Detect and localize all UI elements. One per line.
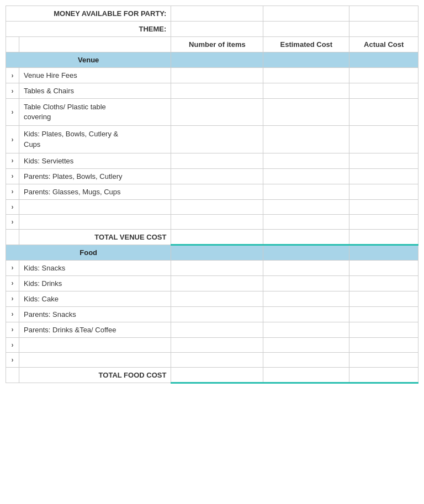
venue-item-9 [19,214,171,229]
col-header-actual-cost: Actual Cost [349,37,418,52]
budget-table: MONEY AVAILABLE FOR PARTY: THEME: Number… [6,6,418,384]
food-item-2: Kids: Drinks [19,275,171,291]
venue-item-3: Table Cloths/ Plastic tablecovering [19,99,171,126]
theme-label: THEME: [6,22,171,37]
money-available-label: MONEY AVAILABLE FOR PARTY: [6,6,171,22]
venue-section-header: Venue [6,52,418,68]
venue-item-row: › Parents: Plates, Bowls, Cutlery [6,168,418,184]
food-item-row: › Kids: Snacks [6,260,418,275]
arrow-icon: › [6,291,19,306]
total-food-row: TOTAL FOOD COST [6,367,418,383]
venue-item-7: Parents: Glasses, Mugs, Cups [19,184,171,199]
arrow-icon: › [6,275,19,291]
food-item-7 [19,352,171,367]
arrow-icon: › [6,168,19,184]
arrow-icon: › [6,322,19,337]
money-available-row: MONEY AVAILABLE FOR PARTY: [6,6,418,22]
arrow-icon: › [6,352,19,367]
venue-item-row: › Kids: Serviettes [6,153,418,168]
food-item-3: Kids: Cake [19,291,171,306]
arrow-icon: › [6,337,19,352]
arrow-icon: › [6,99,19,126]
food-item-4: Parents: Snacks [19,306,171,322]
venue-item-1: Venue Hire Fees [19,68,171,83]
arrow-icon: › [6,184,19,199]
venue-item-row: › Kids: Plates, Bowls, Cutlery &Cups [6,126,418,153]
theme-row: THEME: [6,22,418,37]
food-item-row: › Parents: Snacks [6,306,418,322]
venue-item-4: Kids: Plates, Bowls, Cutlery &Cups [19,126,171,153]
arrow-icon: › [6,83,19,99]
arrow-icon: › [6,126,19,153]
food-title: Food [6,245,171,260]
venue-item-row-empty-2: › [6,214,418,229]
col-header-num-items: Number of items [171,37,263,52]
total-venue-label: TOTAL VENUE COST [19,229,171,245]
theme-value[interactable] [171,22,263,37]
food-item-6 [19,337,171,352]
venue-item-row-empty-1: › [6,199,418,214]
venue-item-row: › Tables & Chairs [6,83,418,99]
food-item-row: › Kids: Cake [6,291,418,306]
arrow-icon: › [6,260,19,275]
total-food-label: TOTAL FOOD COST [19,367,171,383]
arrow-icon: › [6,199,19,214]
column-headers-row: Number of items Estimated Cost Actual Co… [6,37,418,52]
total-venue-row: TOTAL VENUE COST [6,229,418,245]
venue-item-6: Parents: Plates, Bowls, Cutlery [19,168,171,184]
food-section-header: Food [6,245,418,260]
venue-item-row: › Table Cloths/ Plastic tablecovering [6,99,418,126]
venue-item-row: › Parents: Glasses, Mugs, Cups [6,184,418,199]
arrow-icon: › [6,306,19,322]
venue-item-5: Kids: Serviettes [19,153,171,168]
venue-title: Venue [6,52,171,68]
food-item-row-empty-2: › [6,352,418,367]
food-item-1: Kids: Snacks [19,260,171,275]
venue-item-row: › Venue Hire Fees [6,68,418,83]
food-item-row: › Parents: Drinks &Tea/ Coffee [6,322,418,337]
arrow-icon: › [6,153,19,168]
food-item-row-empty-1: › [6,337,418,352]
money-available-value[interactable] [171,6,263,22]
food-item-5: Parents: Drinks &Tea/ Coffee [19,322,171,337]
food-item-row: › Kids: Drinks [6,275,418,291]
arrow-icon: › [6,214,19,229]
arrow-icon: › [6,68,19,83]
venue-item-8 [19,199,171,214]
col-header-estimated-cost: Estimated Cost [263,37,349,52]
venue-item-2: Tables & Chairs [19,83,171,99]
